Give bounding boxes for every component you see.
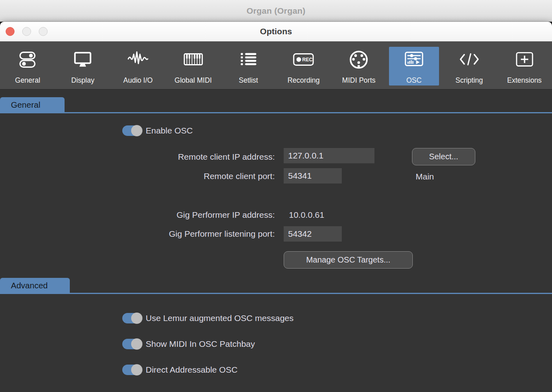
show-midi-toggle[interactable] [122,339,141,349]
toolbar-item-scripting[interactable]: Scripting [444,47,494,85]
toolbar-label: Scripting [456,76,483,85]
tab-advanced: Advanced [0,278,70,293]
waveform-icon [127,47,149,71]
lemur-row: Use Lemur augmented OSC messages [122,313,294,324]
dialog-titlebar[interactable]: Options [0,22,552,42]
manage-osc-targets-button[interactable]: Manage OSC Targets... [284,251,413,269]
midi-din-icon [348,47,370,71]
toolbar-item-setlist[interactable]: Setlist [223,47,274,85]
show-midi-label: Show MIDI In OSC Patchbay [146,339,255,349]
gp-listening-port-input[interactable] [284,226,342,242]
lemur-toggle[interactable] [122,313,141,323]
toolbar-label: MIDI Ports [342,76,376,85]
osc-pane: General Enable OSC Remote client IP addr… [0,90,552,392]
tab-general: General [0,97,65,112]
direct-addressable-row: Direct Addressable OSC [122,364,238,375]
tab-general-label: General [11,100,40,110]
direct-addressable-toggle[interactable] [122,365,141,375]
direct-addressable-label: Direct Addressable OSC [146,365,238,375]
rec-text: REC [302,57,313,63]
remote-port-input[interactable] [284,168,342,183]
toggle-knob [131,364,142,375]
bullet-list-icon [238,47,259,71]
toolbar-label: Setlist [239,76,258,85]
background-window-title: Organ (Organ) [247,6,305,16]
zoom-button[interactable] [39,27,48,36]
toolbar-item-midi-ports[interactable]: MIDI Ports [334,47,384,85]
options-toolbar: General Display Audio I/O [0,42,552,90]
piano-keyboard-icon [182,47,204,71]
gp-ip-value: 10.0.0.61 [289,209,324,221]
background-window-titlebar: Organ (Organ) [0,0,552,22]
enable-osc-toggle[interactable] [122,125,141,136]
toolbar-label: Global MIDI [175,76,212,85]
lemur-label: Use Lemur augmented OSC messages [146,313,294,323]
tab-underline [0,112,552,113]
toolbar-label: Recording [287,76,320,85]
toolbar-label: Audio I/O [123,76,153,85]
toolbar-label: Display [71,76,94,85]
tab-advanced-label: Advanced [11,281,48,290]
toolbar-item-osc[interactable]: OSC [389,47,439,85]
options-dialog: Options General Display [0,22,552,392]
toolbar-item-recording[interactable]: REC Recording [278,47,329,85]
osc-target-name: Main [416,171,434,182]
select-ip-button[interactable]: Select... [412,148,475,165]
osc-mixer-icon [403,47,425,71]
toolbar-item-extensions[interactable]: Extensions [499,47,550,85]
toolbar-label: OSC [406,76,422,85]
toolbar-item-audio-io[interactable]: Audio I/O [113,47,163,85]
toolbar-item-general[interactable]: General [2,47,53,85]
enable-osc-label: Enable OSC [146,126,193,136]
enable-osc-row: Enable OSC [122,125,193,136]
toggle-knob [131,125,142,136]
toggles-icon [17,47,38,71]
rec-badge-icon: REC [293,47,314,71]
show-midi-row: Show MIDI In OSC Patchbay [122,338,255,350]
traffic-lights [6,27,48,36]
remote-port-label: Remote client port: [0,171,275,182]
toggle-knob [131,313,142,324]
toolbar-item-display[interactable]: Display [58,47,108,85]
gp-listening-port-label: Gig Performer listening port: [0,228,275,240]
plus-box-icon [514,47,535,71]
toolbar-item-global-midi[interactable]: Global MIDI [168,47,218,85]
toggle-knob [131,338,142,350]
remote-ip-input[interactable] [284,148,374,163]
code-icon [458,47,480,71]
close-button[interactable] [6,27,15,36]
monitor-icon [72,47,94,71]
dialog-title: Options [260,27,292,36]
remote-ip-label: Remote client IP address: [0,151,275,163]
toolbar-label: Extensions [507,76,542,85]
toolbar-label: General [15,76,40,85]
gp-ip-label: Gig Performer IP address: [0,209,275,221]
minimize-button[interactable] [22,27,31,36]
tab-underline [0,293,552,294]
